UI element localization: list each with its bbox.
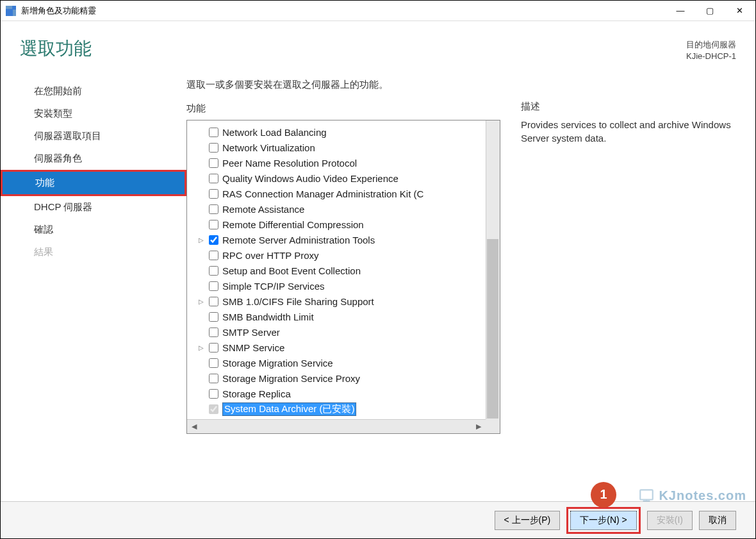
feature-checkbox[interactable] xyxy=(209,297,218,306)
feature-row[interactable]: System Data Archiver (已安裝) xyxy=(190,401,500,417)
feature-row[interactable]: Storage Replica xyxy=(190,386,500,401)
feature-label: Network Load Balancing xyxy=(222,127,327,138)
feature-label: SMB Bandwidth Limit xyxy=(222,311,314,322)
feature-row[interactable]: Storage Migration Service Proxy xyxy=(190,370,500,386)
feature-row[interactable]: Network Virtualization xyxy=(190,140,500,155)
titlebar: 新增角色及功能精靈 — ▢ ✕ xyxy=(1,1,755,21)
close-button[interactable]: ✕ xyxy=(725,1,754,21)
feature-checkbox xyxy=(209,404,218,414)
feature-label: Setup and Boot Event Collection xyxy=(222,265,361,276)
instruction-text: 選取一或多個要安裝在選取之伺服器上的功能。 xyxy=(186,79,500,103)
feature-label: SMB 1.0/CIFS File Sharing Support xyxy=(222,296,374,307)
next-button[interactable]: 下一步(N) > xyxy=(570,511,637,530)
feature-checkbox[interactable] xyxy=(209,143,218,153)
feature-row[interactable]: Simple TCP/IP Services xyxy=(190,278,500,294)
destination-label: 目的地伺服器 xyxy=(686,39,736,51)
scrollbar-thumb[interactable] xyxy=(487,239,498,419)
feature-checkbox[interactable] xyxy=(209,389,218,399)
feature-label: Network Virtualization xyxy=(222,142,315,153)
feature-label: Remote Assistance xyxy=(222,204,304,215)
sidebar-item-features[interactable]: 功能 xyxy=(1,170,186,196)
feature-label: Peer Name Resolution Protocol xyxy=(222,158,357,169)
feature-row[interactable]: Network Load Balancing xyxy=(190,124,500,140)
description-text: Provides services to collect and archive… xyxy=(521,118,736,145)
feature-row[interactable]: RPC over HTTP Proxy xyxy=(190,247,500,263)
feature-checkbox[interactable] xyxy=(209,235,218,245)
feature-checkbox[interactable] xyxy=(209,343,218,352)
feature-checkbox[interactable] xyxy=(209,174,218,183)
previous-button[interactable]: < 上一步(P) xyxy=(495,511,561,530)
sidebar-item-install-type[interactable]: 安裝類型 xyxy=(1,103,186,125)
feature-row[interactable]: Storage Migration Service xyxy=(190,355,500,370)
feature-row[interactable]: ▷SMB 1.0/CIFS File Sharing Support xyxy=(190,294,500,309)
feature-label: SNMP Service xyxy=(222,342,284,353)
feature-label: Remote Server Administration Tools xyxy=(222,235,375,245)
scroll-left-icon[interactable]: ◀ xyxy=(187,422,201,431)
feature-checkbox[interactable] xyxy=(209,128,218,137)
annotation-badge: 1 xyxy=(591,482,616,508)
sidebar-item-server-roles[interactable]: 伺服器角色 xyxy=(1,147,186,170)
sidebar-item-confirmation[interactable]: 確認 xyxy=(1,219,186,241)
feature-checkbox[interactable] xyxy=(209,266,218,276)
wizard-sidebar: 在您開始前 安裝類型 伺服器選取項目 伺服器角色 功能 DHCP 伺服器 確認 … xyxy=(1,79,186,434)
feature-row[interactable]: Quality Windows Audio Video Experience xyxy=(190,170,500,186)
feature-label: Quality Windows Audio Video Experience xyxy=(222,173,399,184)
destination-value: KJie-DHCP-1 xyxy=(686,51,736,62)
feature-label: SMTP Server xyxy=(222,327,280,338)
description-label: 描述 xyxy=(521,101,736,118)
vertical-scrollbar[interactable] xyxy=(486,120,500,419)
feature-checkbox[interactable] xyxy=(209,374,218,383)
window-controls: — ▢ ✕ xyxy=(666,1,754,21)
app-icon xyxy=(6,6,16,16)
feature-label: Simple TCP/IP Services xyxy=(222,281,325,292)
feature-row[interactable]: Peer Name Resolution Protocol xyxy=(190,155,500,170)
feature-checkbox[interactable] xyxy=(209,358,218,368)
feature-row[interactable]: Setup and Boot Event Collection xyxy=(190,263,500,278)
feature-label: Remote Differential Compression xyxy=(222,219,364,230)
feature-checkbox[interactable] xyxy=(209,158,218,168)
watermark: KJnotes.com xyxy=(638,487,746,504)
install-button: 安裝(I) xyxy=(647,511,693,530)
wizard-footer: < 上一步(P) 1 下一步(N) > 安裝(I) 取消 xyxy=(1,501,755,538)
feature-checkbox[interactable] xyxy=(209,251,218,260)
feature-checkbox[interactable] xyxy=(209,204,218,214)
next-button-highlight: 1 下一步(N) > xyxy=(566,507,641,534)
feature-row[interactable]: Remote Assistance xyxy=(190,201,500,217)
feature-label: System Data Archiver (已安裝) xyxy=(222,402,356,416)
feature-checkbox[interactable] xyxy=(209,312,218,322)
feature-row[interactable]: SMTP Server xyxy=(190,324,500,340)
feature-label: Storage Migration Service xyxy=(222,358,333,369)
scroll-right-icon[interactable]: ▶ xyxy=(472,422,486,431)
feature-label: Storage Migration Service Proxy xyxy=(222,373,360,384)
feature-row[interactable]: SMB Bandwidth Limit xyxy=(190,309,500,324)
feature-checkbox[interactable] xyxy=(209,220,218,229)
maximize-button[interactable]: ▢ xyxy=(695,1,725,21)
feature-row[interactable]: Remote Differential Compression xyxy=(190,217,500,232)
sidebar-item-before-begin[interactable]: 在您開始前 xyxy=(1,80,186,103)
feature-checkbox[interactable] xyxy=(209,281,218,291)
feature-checkbox[interactable] xyxy=(209,189,218,199)
expand-icon[interactable]: ▷ xyxy=(199,298,206,305)
cancel-button[interactable]: 取消 xyxy=(699,511,736,530)
expand-icon[interactable]: ▷ xyxy=(199,236,206,244)
sidebar-item-results: 結果 xyxy=(1,241,186,263)
feature-checkbox[interactable] xyxy=(209,328,218,337)
feature-label: Storage Replica xyxy=(222,388,291,399)
svg-rect-0 xyxy=(641,490,653,499)
window-title: 新增角色及功能精靈 xyxy=(21,5,96,17)
sidebar-item-server-selection[interactable]: 伺服器選取項目 xyxy=(1,125,186,147)
destination-info: 目的地伺服器 KJie-DHCP-1 xyxy=(686,39,736,62)
feature-label: RPC over HTTP Proxy xyxy=(222,250,319,261)
page-header: 選取功能 目的地伺服器 KJie-DHCP-1 xyxy=(1,21,755,61)
feature-row[interactable]: RAS Connection Manager Administration Ki… xyxy=(190,186,500,201)
features-tree[interactable]: Network Load BalancingNetwork Virtualiza… xyxy=(186,120,500,434)
feature-row[interactable]: ▷Remote Server Administration Tools xyxy=(190,232,500,247)
feature-label: RAS Connection Manager Administration Ki… xyxy=(222,188,423,199)
page-title: 選取功能 xyxy=(20,37,736,61)
sidebar-item-dhcp-server[interactable]: DHCP 伺服器 xyxy=(1,196,186,219)
feature-row[interactable]: ▷SNMP Service xyxy=(190,340,500,355)
horizontal-scrollbar[interactable]: ◀ ▶ xyxy=(187,419,486,433)
minimize-button[interactable]: — xyxy=(666,1,695,21)
expand-icon[interactable]: ▷ xyxy=(199,344,206,351)
features-label: 功能 xyxy=(186,103,500,120)
